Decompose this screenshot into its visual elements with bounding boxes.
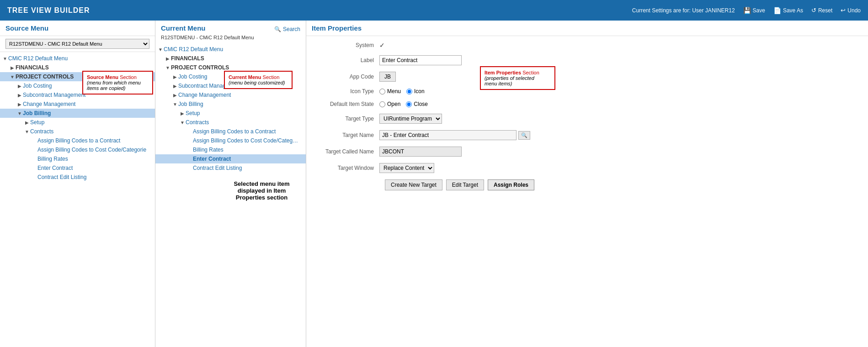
tree-arrow[interactable] (16, 84, 23, 89)
tree-item-assign-billing-codes-cat[interactable]: Assign Billing Codes to Cost Code/Catego… (0, 145, 155, 154)
tree-item-contract-edit-listing[interactable]: Contract Edit Listing (0, 173, 155, 182)
source-tree[interactable]: CMiC R12 Default MenuFINANCIALSPROJECT C… (0, 52, 155, 347)
current-panel-header: Current Menu 🔍 Search (155, 21, 306, 34)
save-button[interactable]: 💾 Save (743, 7, 765, 14)
tree-item-contract-edit-listing[interactable]: Contract Edit Listing (155, 163, 306, 173)
tree-label: Assign Billing Codes to a Contract (193, 128, 276, 135)
tree-item-billing-rates[interactable]: Billing Rates (155, 145, 306, 154)
tree-arrow[interactable] (16, 93, 23, 98)
undo-button[interactable]: ↩ Undo (841, 7, 861, 14)
tree-label: Subcontract Management (23, 92, 85, 98)
app-code-label: App Code (315, 74, 379, 80)
tree-item-assign-billing-codes[interactable]: Assign Billing Codes to a Contract (0, 136, 155, 145)
properties-panel-header: Item Properties (306, 21, 868, 36)
tree-item-financials[interactable]: FINANCIALS (155, 54, 306, 63)
source-menu-dropdown[interactable]: R12STDMENU - CMiC R12 Default Menu (5, 39, 149, 49)
icon-type-icon-input[interactable] (406, 89, 412, 95)
tree-item-billing-rates[interactable]: Billing Rates (0, 154, 155, 163)
tree-arrow[interactable] (179, 111, 186, 116)
item-state-radio-group: Open Close (379, 101, 428, 107)
state-close-radio[interactable]: Close (406, 101, 428, 107)
tree-arrow[interactable] (165, 65, 171, 70)
tree-item-cmic-r12[interactable]: CMiC R12 Default Menu (155, 45, 306, 54)
tree-arrow[interactable] (157, 47, 164, 52)
icon-type-icon-radio[interactable]: Icon (406, 88, 425, 95)
target-type-select[interactable]: UIRuntime Program URL Menu (379, 114, 442, 124)
undo-icon: ↩ (841, 7, 846, 14)
header: TREE VIEW BUILDER Current Settings are f… (0, 0, 868, 21)
tree-arrow[interactable] (16, 111, 23, 116)
create-new-target-button[interactable]: Create New Target (385, 179, 442, 190)
target-window-row: Target Window Replace Content New Window… (315, 163, 859, 173)
tree-arrow[interactable] (24, 129, 30, 134)
tree-item-job-billing[interactable]: Job Billing (0, 109, 155, 118)
system-row: System ✓ (315, 42, 859, 49)
tree-item-cmic-r12[interactable]: CMiC R12 Default Menu (0, 54, 155, 63)
save-icon: 💾 (743, 7, 751, 14)
tree-arrow[interactable] (179, 120, 186, 125)
current-menu-annotation: Current Menu Section (menu being customi… (224, 71, 293, 89)
action-buttons-row: Create New Target Edit Target Assign Rol… (315, 179, 859, 190)
tree-item-contracts[interactable]: Contracts (155, 118, 306, 127)
target-window-select[interactable]: Replace Content New Window Same Window (379, 163, 434, 173)
state-open-radio[interactable]: Open (379, 101, 400, 107)
header-actions: Current Settings are for: User JANINER12… (632, 7, 861, 14)
reset-button[interactable]: ↺ Reset (811, 7, 832, 14)
tree-label: CMiC R12 Default Menu (164, 46, 223, 53)
tree-item-contracts[interactable]: Contracts (0, 127, 155, 136)
app-code-value: JB (379, 72, 396, 82)
icon-type-menu-radio[interactable]: Menu (379, 88, 401, 95)
tree-arrow[interactable] (172, 93, 178, 98)
tree-label: Assign Billing Codes to a Contract (37, 137, 120, 144)
state-open-input[interactable] (379, 101, 385, 107)
label-input[interactable] (379, 55, 462, 65)
tree-arrow[interactable] (9, 65, 16, 70)
tree-arrow[interactable] (165, 56, 171, 61)
tree-item-setup[interactable]: Setup (0, 118, 155, 127)
target-called-name-input[interactable] (379, 147, 462, 157)
tree-arrow[interactable] (2, 56, 8, 61)
tree-item-change-mgmt[interactable]: Change Management (155, 90, 306, 100)
icon-type-menu-input[interactable] (379, 89, 385, 95)
tree-label: Job Costing (23, 83, 52, 89)
target-name-search-button[interactable]: 🔍 (518, 131, 530, 140)
tree-item-assign-billing-codes[interactable]: Assign Billing Codes to a Contract (155, 127, 306, 136)
assign-roles-button[interactable]: Assign Roles (488, 179, 534, 190)
icon-type-row: Icon Type Menu Icon (315, 88, 859, 95)
save-as-button[interactable]: 📄 Save As (773, 7, 803, 14)
tree-arrow[interactable] (9, 74, 16, 79)
tree-label: Assign Billing Codes to Cost Code/Catego… (37, 147, 146, 153)
tree-item-change-mgmt[interactable]: Change Management (0, 100, 155, 109)
tree-item-job-billing[interactable]: Job Billing (155, 100, 306, 109)
tree-arrow[interactable] (172, 74, 178, 79)
tree-arrow[interactable] (16, 102, 23, 107)
tree-label: Job Billing (178, 101, 203, 107)
tree-label: Billing Rates (37, 156, 68, 162)
current-panel-title: Current Menu (161, 24, 206, 32)
tree-label: Contract Edit Listing (193, 165, 242, 171)
target-name-input[interactable] (379, 130, 517, 140)
tree-arrow[interactable] (172, 102, 178, 107)
state-close-input[interactable] (406, 101, 412, 107)
target-name-label: Target Name (315, 132, 379, 138)
target-called-name-label: Target Called Name (315, 148, 379, 155)
tree-arrow[interactable] (172, 84, 178, 89)
tree-arrow[interactable] (24, 120, 30, 125)
current-menu-label: R12STDMENU - CMiC R12 Default Menu (155, 34, 306, 43)
search-button[interactable]: 🔍 Search (274, 26, 300, 32)
tree-item-assign-billing-codes-cat[interactable]: Assign Billing Codes to Cost Code/Categ… (155, 136, 306, 145)
edit-target-button[interactable]: Edit Target (446, 179, 484, 190)
tree-item-enter-contract[interactable]: Enter Contract (0, 163, 155, 173)
app-title: TREE VIEW BUILDER (7, 6, 90, 15)
source-dropdown-wrap[interactable]: R12STDMENU - CMiC R12 Default Menu (0, 36, 155, 52)
item-properties-form: System ✓ Label App Code JB Icon Type Men… (306, 36, 868, 347)
tree-item-setup[interactable]: Setup (155, 109, 306, 118)
tree-label: Change Management (178, 92, 231, 98)
target-window-label: Target Window (315, 165, 379, 171)
target-type-row: Target Type UIRuntime Program URL Menu (315, 114, 859, 124)
tree-label: FINANCIALS (171, 55, 204, 62)
label-row: Label (315, 55, 859, 65)
label-field-label: Label (315, 57, 379, 63)
tree-label: Contracts (30, 128, 53, 135)
tree-item-enter-contract[interactable]: Enter Contract (155, 154, 306, 163)
